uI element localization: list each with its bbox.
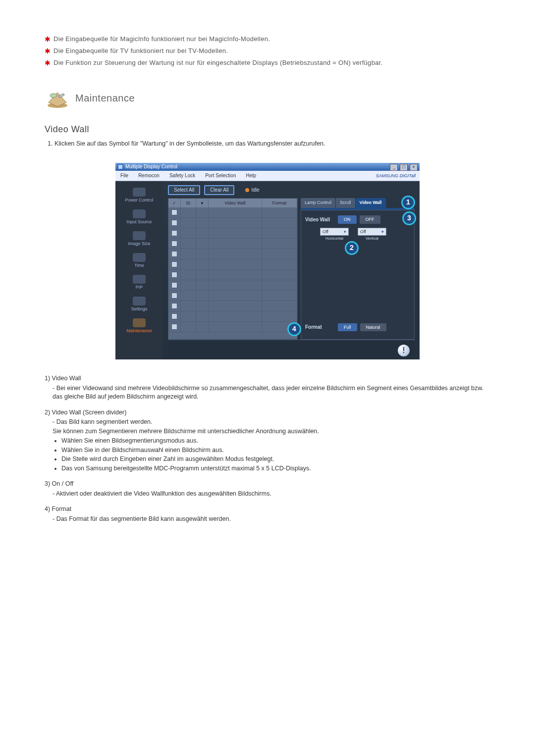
desc-3-title: 3) On / Off (45, 480, 490, 489)
videowall-off-button[interactable]: OFF (360, 215, 380, 224)
desc-4-line: - Das Format für das segmentierte Bild k… (53, 515, 490, 524)
desc-2-line: - Das Bild kann segmentiert werden. (53, 418, 490, 427)
table-row[interactable] (168, 259, 297, 270)
grid-header-format[interactable]: Format (262, 199, 297, 207)
info-icon[interactable]: ! (398, 345, 410, 356)
table-row[interactable] (168, 218, 297, 228)
desc-2-bullet: Wählen Sie in der Bildschirmauswahl eine… (61, 446, 490, 455)
desc-2-bullet: Das von Samsung bereitgestellte MDC-Prog… (61, 464, 490, 473)
table-row[interactable] (168, 280, 297, 291)
table-row[interactable] (168, 270, 297, 280)
callout-4: 4 (287, 322, 301, 336)
display-grid: ✓ ID ● Video Wall Format (168, 198, 298, 340)
grid-header-check[interactable]: ✓ (168, 199, 181, 207)
row-checkbox[interactable] (171, 313, 177, 319)
format-natural-button[interactable]: Natural (360, 323, 386, 332)
vertical-label: Vertical (358, 236, 386, 241)
sidebar-item-power-control[interactable]: Power Control (115, 185, 163, 206)
sidebar-item-input-source[interactable]: Input Source (115, 207, 163, 228)
desc-1-title: 1) Video Wall (45, 374, 490, 383)
row-checkbox[interactable] (171, 261, 177, 267)
sidebar-item-image-size[interactable]: Image Size (115, 229, 163, 250)
row-checkbox[interactable] (171, 251, 177, 257)
desc-2-bullet: Die Stelle wird durch Eingeben einer Zah… (61, 455, 490, 464)
section-title: Maintenance (75, 91, 135, 105)
maximize-button[interactable]: □ (400, 164, 408, 171)
intro-steps: Klicken Sie auf das Symbol für "Wartung"… (45, 140, 490, 149)
menu-help[interactable]: Help (241, 172, 261, 179)
brand-label: SAMSUNG DIGITall (371, 173, 420, 179)
desc-2-title: 2) Video Wall (Screen divider) (45, 408, 490, 417)
desc-1-line: - Bei einer Videowand sind mehrere Video… (53, 384, 490, 402)
row-checkbox[interactable] (171, 241, 177, 247)
idle-indicator: Idle (245, 187, 259, 194)
table-row[interactable] (168, 239, 297, 249)
grid-header-videowall[interactable]: Video Wall (209, 199, 262, 207)
row-checkbox[interactable] (171, 272, 177, 278)
select-all-button[interactable]: Select All (168, 185, 200, 195)
videowall-label: Video Wall (305, 216, 335, 223)
note-list: Die Eingabequelle für MagicInfo funktion… (45, 35, 490, 68)
sidebar: Power Control Input Source Image Size Ti… (115, 181, 163, 359)
menu-safety-lock[interactable]: Safety Lock (164, 172, 200, 179)
table-row[interactable] (168, 228, 297, 239)
table-row[interactable] (168, 249, 297, 259)
table-row[interactable] (168, 291, 297, 301)
row-checkbox[interactable] (171, 209, 177, 215)
statusbar: ! (168, 340, 415, 359)
tab-scroll[interactable]: Scroll (336, 198, 355, 208)
minimize-button[interactable]: _ (390, 164, 398, 171)
grid-header-id[interactable]: ID (181, 199, 196, 207)
intro-step: Klicken Sie auf das Symbol für "Wartung"… (54, 140, 490, 149)
note-item: Die Eingabequelle für MagicInfo funktion… (45, 35, 490, 44)
format-label: Format (305, 324, 335, 331)
callout-3: 3 (402, 211, 416, 225)
close-button[interactable]: × (410, 164, 418, 171)
tab-video-wall[interactable]: Video Wall (356, 198, 386, 208)
svg-point-1 (50, 94, 57, 98)
app-screenshot: Multiple Display Control _ □ × File Remo… (115, 163, 420, 359)
svg-rect-4 (118, 165, 122, 169)
menu-port-selection[interactable]: Port Selection (200, 172, 241, 179)
description-list: 1) Video Wall - Bei einer Videowand sind… (45, 374, 490, 523)
desc-2-bullet: Wählen Sie einen Bildsegmentierungsmodus… (61, 437, 490, 446)
videowall-on-button[interactable]: ON (338, 215, 357, 224)
row-checkbox[interactable] (171, 282, 177, 288)
menubar: File Remocon Safety Lock Port Selection … (115, 171, 420, 181)
vertical-select[interactable]: Off (358, 228, 386, 236)
desc-4-title: 4) Format (45, 505, 490, 514)
sidebar-item-time[interactable]: Time (115, 251, 163, 271)
clear-all-button[interactable]: Clear All (204, 185, 234, 195)
row-checkbox[interactable] (171, 230, 177, 236)
table-row[interactable] (168, 311, 297, 322)
horizontal-select[interactable]: Off (320, 228, 349, 236)
horizontal-label: Horizontal (320, 236, 349, 241)
sidebar-item-pip[interactable]: PIP (115, 272, 163, 293)
note-item: Die Eingabequelle für TV funktioniert nu… (45, 47, 490, 55)
grid-header-status[interactable]: ● (196, 199, 209, 207)
table-row[interactable] (168, 301, 297, 311)
maintenance-icon (45, 88, 70, 108)
table-row[interactable] (168, 322, 297, 332)
row-checkbox[interactable] (171, 220, 177, 226)
idle-dot-icon (245, 188, 249, 192)
callout-2: 2 (345, 241, 359, 255)
tab-lamp-control[interactable]: Lamp Control (301, 198, 335, 208)
section-header: Maintenance (45, 88, 490, 108)
row-checkbox[interactable] (171, 324, 177, 330)
desc-2-line: Sie können zum Segmentieren mehrere Bild… (53, 427, 490, 436)
app-icon (117, 164, 123, 170)
desc-3-line: - Aktiviert oder deaktiviert die Video W… (53, 490, 490, 499)
row-checkbox[interactable] (171, 303, 177, 309)
subsection-title: Video Wall (45, 123, 490, 136)
note-item: Die Funktion zur Steuerung der Wartung i… (45, 58, 490, 67)
window-title: Multiple Display Control (125, 163, 177, 170)
sidebar-item-settings[interactable]: Settings (115, 294, 163, 315)
row-checkbox[interactable] (171, 293, 177, 299)
format-full-button[interactable]: Full (338, 323, 357, 332)
table-row[interactable] (168, 207, 297, 218)
titlebar: Multiple Display Control _ □ × (115, 163, 420, 171)
sidebar-item-maintenance[interactable]: Maintenance (115, 316, 163, 337)
menu-remocon[interactable]: Remocon (133, 172, 164, 179)
menu-file[interactable]: File (115, 172, 133, 179)
